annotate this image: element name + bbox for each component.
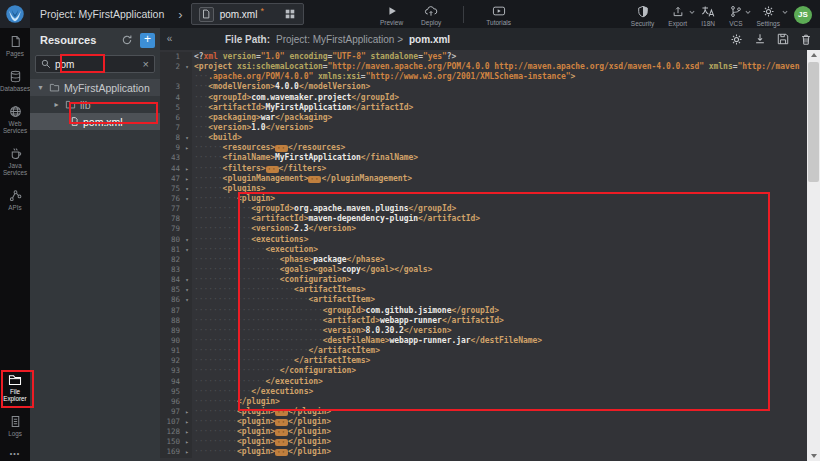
tree-item-pom-xml[interactable]: pom.xml [30,113,160,130]
project-name[interactable]: Project: MyFirstApplication [40,8,164,20]
tree-item-lib[interactable]: ▸ lib [30,96,160,113]
sidebar-item-file-explorer[interactable]: File Explorer [0,374,30,402]
code-line[interactable]: 6···<packaging>war</packaging> [160,113,807,123]
code-line[interactable]: 88···························<artifactId… [160,316,807,326]
code-line[interactable]: 75▾······<plugins> [160,184,807,194]
code-line[interactable]: 80▾············<executions> [160,235,807,245]
fold-closed-icon[interactable]: ▸ [182,447,192,457]
tab-grid-icon[interactable] [284,8,296,20]
i18n-button[interactable]: I18N [701,5,715,27]
code-line[interactable]: 7···<version>1.0</version> [160,123,807,133]
code-line[interactable]: 78············<artifactId>maven-dependen… [160,214,807,224]
code-line[interactable]: 150▸·········<plugin>··</plugin> [160,437,807,447]
export-button[interactable]: Export [668,5,687,27]
code-line[interactable]: 94···············</execution> [160,377,807,387]
fold-open-icon[interactable]: ▾ [182,275,192,285]
fold-closed-icon[interactable]: ▸ [182,437,192,447]
fold-closed-icon[interactable]: ▸ [182,417,192,427]
code-line[interactable]: 90···························<destFileNa… [160,336,807,346]
delete-trash-icon[interactable] [800,33,812,46]
caret-down-icon[interactable]: ▾ [36,83,45,92]
code-line[interactable]: 9▸······<resources>··</resources> [160,143,807,153]
fold-open-icon[interactable]: ▾ [182,194,192,204]
code-line[interactable]: 2▾<project xsi:schemaLocation="http://ma… [160,62,807,72]
tutorials-button[interactable]: Tutorials [486,5,511,26]
resources-search-input[interactable]: pom × [35,55,155,73]
code-line[interactable]: 89···························<version>8.… [160,326,807,336]
code-line[interactable]: 93··················</configuration> [160,366,807,376]
code-line[interactable]: 92·····················</artifactItems> [160,356,807,366]
code-line[interactable]: 81▾···············<execution> [160,245,807,255]
export-chevron-down-icon[interactable] [689,10,695,15]
fold-open-icon[interactable]: ▾ [182,62,192,72]
folded-code-pill[interactable]: ·· [275,449,288,456]
folded-code-pill[interactable]: ·· [275,419,288,426]
code-line[interactable]: 47▸······<pluginManagement>··</pluginMan… [160,174,807,184]
code-line[interactable]: 79············<version>2.3</version> [160,224,807,234]
editor-scrollbar[interactable] [807,50,820,461]
code-line[interactable]: 5···<artifactId>MyFirstApplication</arti… [160,103,807,113]
folded-code-pill[interactable]: ·· [275,439,288,446]
preview-button[interactable]: Preview [380,5,403,26]
code-line[interactable]: 85▾·····················<artifactItems> [160,285,807,295]
save-icon[interactable] [777,33,789,45]
scroll-up-icon[interactable] [807,50,820,60]
code-line[interactable]: 87···························<groupId>co… [160,306,807,316]
code-line[interactable]: 128▸·········<plugin>··</plugin> [160,427,807,437]
code-line[interactable]: 86▾························<artifactItem… [160,295,807,305]
code-line[interactable]: 4···<groupId>com.wavemaker.project</grou… [160,93,807,103]
vcs-button[interactable]: VCS [729,5,742,27]
fold-open-icon[interactable]: ▾ [182,295,192,305]
fold-open-icon[interactable]: ▾ [182,184,192,194]
folded-code-pill[interactable]: ·· [275,145,288,152]
settings-button[interactable]: Settings [757,5,781,27]
code-line[interactable]: 82··················<phase>package</phas… [160,255,807,265]
fold-open-icon[interactable]: ▾ [182,133,192,143]
fold-open-icon[interactable]: ▾ [182,235,192,245]
code-line[interactable]: 107▸·········<plugin>··</plugin> [160,417,807,427]
user-avatar[interactable]: JS [794,6,812,24]
sidebar-item-java-services[interactable]: Java Services [0,147,30,176]
folded-code-pill[interactable]: ·· [275,409,288,416]
code-editor[interactable]: 1<?xml version="1.0" encoding="UTF-8" st… [160,50,820,461]
fold-closed-icon[interactable]: ▸ [182,174,192,184]
code-line[interactable]: 44▸······<filters>··</filters> [160,164,807,174]
code-line[interactable]: 1<?xml version="1.0" encoding="UTF-8" st… [160,52,807,62]
fold-closed-icon[interactable]: ▸ [182,143,192,153]
deploy-button[interactable]: Deploy [421,5,441,26]
code-line[interactable]: 3···<modelVersion>4.0.0</modelVersion> [160,82,807,92]
sidebar-item-logs[interactable]: Logs [0,415,30,437]
sidebar-item-databases[interactable]: Databases [0,70,30,92]
code-line[interactable]: 43······<finalName>MyFirstApplication</f… [160,153,807,163]
code-line[interactable]: 169▸·········<plugin>··</plugin> [160,447,807,457]
sidebar-item-apis[interactable]: APIs [0,189,30,211]
code-line[interactable]: 76▾·········<plugin> [160,194,807,204]
more-options-icon[interactable]: ••• [10,450,20,457]
code-line[interactable]: 84▾··················<configuration> [160,275,807,285]
file-settings-gear-icon[interactable] [730,33,743,46]
fold-open-icon[interactable]: ▾ [182,245,192,255]
clear-search-icon[interactable]: × [143,58,149,70]
fold-closed-icon[interactable]: ▸ [182,407,192,417]
collapse-panel-icon[interactable]: « [162,32,177,47]
tree-item-project-root[interactable]: ▾ MyFirstApplication [30,79,160,96]
wavemaker-logo[interactable] [0,0,30,28]
fold-open-icon[interactable]: ▾ [182,285,192,295]
caret-right-icon[interactable]: ▸ [52,100,61,109]
folded-code-pill[interactable]: ·· [275,429,288,436]
fold-closed-icon[interactable]: ▸ [182,164,192,174]
settings-chevron-down-icon[interactable] [782,10,788,15]
security-button[interactable]: Security [631,5,654,27]
code-line[interactable]: 96·········</plugin> [160,397,807,407]
code-line[interactable]: ···.apache.org/POM/4.0.0" xmlns:xsi="htt… [160,72,807,82]
add-resource-button[interactable]: + [140,33,155,48]
tab-pom-xml[interactable]: pom.xml * [191,3,304,25]
scrollbar-thumb[interactable] [808,62,819,182]
code-line[interactable]: 95············</executions> [160,387,807,397]
refresh-icon[interactable] [121,34,133,46]
sidebar-item-pages[interactable]: Pages [0,35,30,57]
code-area[interactable]: 1<?xml version="1.0" encoding="UTF-8" st… [160,52,807,461]
folded-code-pill[interactable]: ·· [308,176,321,183]
code-line[interactable]: 83··················<goals><goal>copy</g… [160,265,807,275]
folded-code-pill[interactable]: ·· [266,166,279,173]
